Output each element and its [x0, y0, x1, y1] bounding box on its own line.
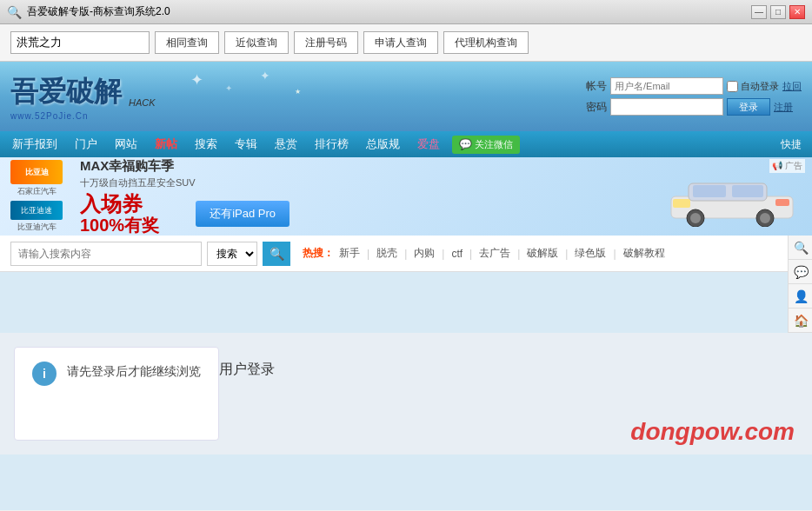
car-svg: [662, 166, 802, 227]
search-bar: 搜索 🔍 热搜： 新手 | 脱壳 | 内购 | ctf | 去广告 | 破解版 …: [0, 236, 788, 272]
right-sidebar: 🔍 💬 👤 🏠: [788, 236, 812, 333]
password-row: 密码 登录 注册: [586, 98, 802, 116]
same-query-button[interactable]: 相同查询: [155, 31, 219, 54]
search-type-dropdown[interactable]: 搜索: [207, 242, 257, 266]
banner-cta-line1: 入场券: [80, 193, 159, 216]
svg-rect-3: [732, 185, 763, 197]
maximize-button[interactable]: □: [770, 5, 786, 19]
info-icon: i: [32, 362, 57, 386]
ad-icon: 📢: [772, 161, 782, 170]
sidebar-search-icon[interactable]: 🔍: [789, 236, 812, 260]
svg-point-7: [760, 213, 770, 223]
auto-login-check[interactable]: 自动登录: [727, 80, 779, 93]
user-login-title: 用户登录: [219, 361, 275, 441]
main-area: 吾爱破解 HACK www.52PoJie.Cn ✦ ✦ ✦ ★ 帐号 自动登录…: [0, 62, 812, 510]
weixin-icon: 💬: [459, 138, 472, 150]
banner-area: 比亚迪 石家庄汽车 比亚迪速 比亚迪汽车 MAX幸福购车季 十万级自动挡五星安全…: [0, 157, 812, 236]
login-notice-text: 请先登录后才能继续浏览: [67, 362, 201, 380]
ipad-pro-button[interactable]: 还有iPad Pro: [196, 201, 290, 227]
content-area: i 请先登录后才能继续浏览 用户登录 dongpow.com: [0, 333, 812, 455]
site-header: 吾爱破解 HACK www.52PoJie.Cn ✦ ✦ ✦ ★ 帐号 自动登录…: [0, 62, 812, 131]
hot-tag-7[interactable]: 破解教程: [623, 246, 665, 261]
hot-tag-5[interactable]: 破解版: [527, 246, 558, 261]
title-bar: 🔍 吾爱破解专版-商标查询系统2.0 — □ ✕: [0, 0, 812, 24]
logo-url: www.52PoJie.Cn: [10, 111, 156, 121]
reg-number-button[interactable]: 注册号码: [294, 31, 358, 54]
login-button[interactable]: 登录: [727, 98, 770, 116]
nav-item-ranking[interactable]: 排行榜: [306, 131, 357, 157]
login-notice: i 请先登录后才能继续浏览: [14, 347, 219, 441]
password-label: 密码: [586, 100, 607, 115]
nav-item-love[interactable]: 爱盘: [409, 131, 449, 157]
nav-item-portal[interactable]: 门户: [66, 131, 106, 157]
register-button[interactable]: 注册: [774, 101, 793, 114]
password-input[interactable]: [610, 98, 723, 116]
logo-area: 吾爱破解 HACK www.52PoJie.Cn: [10, 73, 156, 121]
banner-cta-line2: 100%有奖: [80, 216, 159, 235]
svg-rect-9: [775, 199, 789, 206]
username-input[interactable]: [610, 77, 723, 95]
sidebar-chat-icon[interactable]: 💬: [789, 260, 812, 284]
nav-item-search[interactable]: 搜索: [186, 131, 226, 157]
nav-item-signup[interactable]: 新手报到: [3, 131, 66, 157]
close-button[interactable]: ✕: [789, 5, 805, 19]
svg-rect-2: [693, 185, 726, 197]
banner-subtitle: 十万级自动挡五星安全SUV: [80, 176, 662, 189]
trademark-search-input[interactable]: [10, 31, 150, 54]
auto-login-label: 自动登录: [741, 80, 779, 93]
banner-main: MAX幸福购车季 十万级自动挡五星安全SUV 入场券 100%有奖 还有iPad…: [80, 158, 662, 235]
nav-item-newpost[interactable]: 新帖: [146, 131, 186, 157]
svg-rect-8: [673, 199, 690, 208]
hot-search-label: 热搜：: [303, 246, 334, 261]
logo-text: 吾爱破解: [10, 73, 122, 111]
pull-back-button[interactable]: 拉回: [782, 80, 802, 93]
nav-item-album[interactable]: 专辑: [226, 131, 266, 157]
auto-login-checkbox[interactable]: [727, 81, 738, 92]
hot-tag-2[interactable]: 内购: [414, 246, 435, 261]
banner-car: [662, 166, 802, 227]
nav-item-site[interactable]: 网站: [106, 131, 146, 157]
nav-item-rules[interactable]: 总版规: [357, 131, 409, 157]
search-go-button[interactable]: 🔍: [263, 242, 290, 266]
account-row: 帐号 自动登录 拉回: [586, 77, 802, 95]
weixin-button[interactable]: 💬 关注微信: [452, 136, 520, 154]
sidebar-home-icon[interactable]: 🏠: [789, 309, 812, 333]
hot-tag-0[interactable]: 新手: [339, 246, 360, 261]
hot-tag-3[interactable]: ctf: [451, 248, 463, 260]
search-icon: 🔍: [270, 247, 284, 261]
nav-item-reward[interactable]: 悬赏: [266, 131, 306, 157]
nav-bar: 新手报到 门户 网站 新帖 搜索 专辑 悬赏 排行榜 总版规 爱盘 💬 关注微信…: [0, 131, 812, 157]
agent-query-button[interactable]: 代理机构查询: [443, 31, 529, 54]
svg-point-5: [690, 213, 701, 223]
hot-tag-4[interactable]: 去广告: [479, 246, 510, 261]
hot-tag-1[interactable]: 脱壳: [376, 246, 397, 261]
site-search-input[interactable]: [10, 242, 202, 266]
banner-logo-2: 比亚迪速 比亚迪汽车: [10, 201, 63, 233]
nav-quick-button[interactable]: 快捷: [774, 137, 809, 152]
minimize-button[interactable]: —: [751, 5, 767, 19]
header-right: 帐号 自动登录 拉回 密码 登录 注册: [586, 77, 802, 116]
app-icon: 🔍: [7, 5, 22, 19]
search-section: 搜索 🔍 热搜： 新手 | 脱壳 | 内购 | ctf | 去广告 | 破解版 …: [0, 236, 812, 333]
applicant-query-button[interactable]: 申请人查询: [363, 31, 438, 54]
hot-tag-6[interactable]: 绿色版: [575, 246, 606, 261]
banner-logo-1: 比亚迪 石家庄汽车: [10, 160, 63, 197]
account-label: 帐号: [586, 79, 607, 94]
watermark-text: dongpow.com: [630, 418, 795, 446]
toolbar: 相同查询 近似查询 注册号码 申请人查询 代理机构查询: [0, 24, 812, 62]
banner-title: MAX幸福购车季: [80, 158, 662, 175]
banner-logos: 比亚迪 石家庄汽车 比亚迪速 比亚迪汽车: [10, 160, 63, 233]
ad-label: 📢 广告: [769, 159, 805, 173]
sidebar-user-icon[interactable]: 👤: [789, 284, 812, 309]
title-text: 吾爱破解专版-商标查询系统2.0: [27, 4, 170, 19]
logo-hack-text: HACK: [129, 97, 156, 111]
similar-query-button[interactable]: 近似查询: [224, 31, 289, 54]
